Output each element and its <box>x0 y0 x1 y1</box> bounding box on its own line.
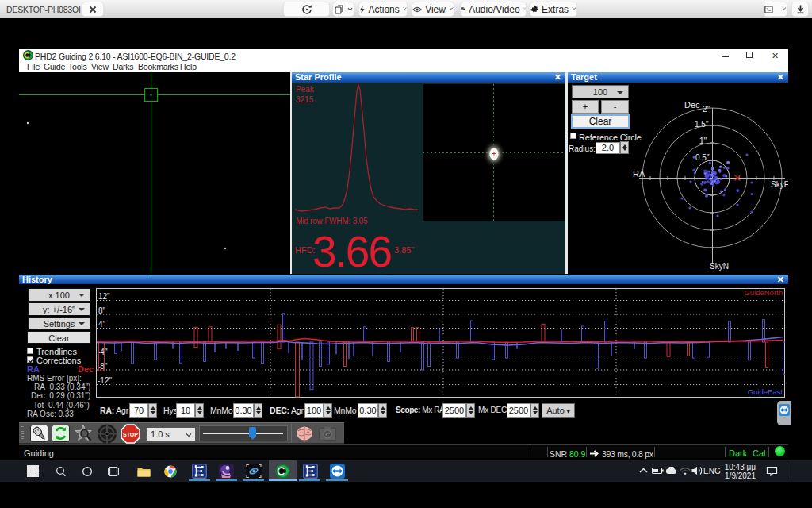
svg-text:Dec: Dec <box>684 100 700 110</box>
svg-text:4": 4" <box>98 320 106 329</box>
svg-text:STOP: STOP <box>123 432 138 437</box>
svg-text:GuideEast: GuideEast <box>748 387 783 396</box>
svg-text:1.5": 1.5" <box>695 120 709 129</box>
svg-text:RA: RA <box>633 169 645 179</box>
svg-text:SkyN: SkyN <box>710 262 729 271</box>
svg-text:12": 12" <box>98 292 110 301</box>
svg-text:Peak: Peak <box>296 85 315 94</box>
svg-text:3.66: 3.66 <box>312 227 391 274</box>
svg-text:-12": -12" <box>98 376 112 385</box>
svg-text:SkyE: SkyE <box>771 180 788 189</box>
svg-text:3215: 3215 <box>296 95 314 104</box>
svg-text:Mid row FWHM: 3.05: Mid row FWHM: 3.05 <box>296 217 368 225</box>
svg-text:1": 1" <box>699 137 707 145</box>
svg-text:8": 8" <box>98 306 106 315</box>
svg-text:3.85": 3.85" <box>394 245 414 255</box>
svg-text:0.5": 0.5" <box>695 153 710 162</box>
svg-text:2": 2" <box>703 105 710 114</box>
svg-text:GuideNorth: GuideNorth <box>744 288 783 297</box>
